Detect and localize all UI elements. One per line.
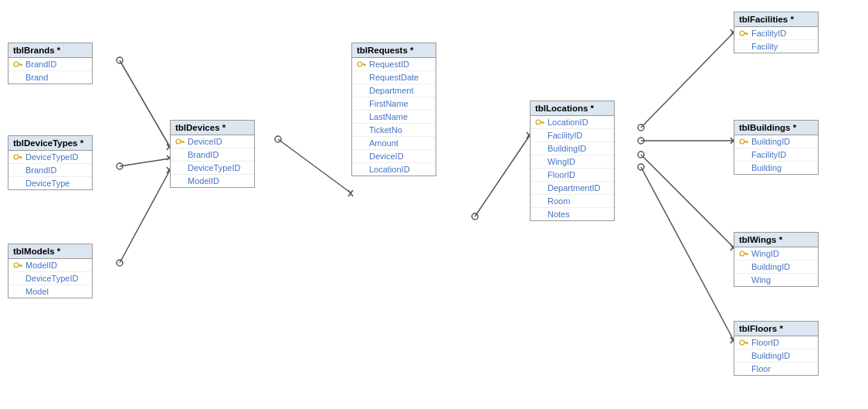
table-row: ModelID [171, 175, 254, 187]
table-body-tblBuildings: BuildingIDFacilityIDBuilding [734, 135, 818, 174]
svg-line-0 [120, 60, 170, 147]
table-row: FacilityID [734, 27, 818, 40]
table-tblBuildings: tblBuildings * BuildingIDFacilityIDBuild… [734, 120, 819, 175]
table-body-tblRequests: RequestIDRequestDateDepartmentFirstNameL… [352, 58, 436, 176]
table-header-tblDevices: tblDevices * [171, 121, 254, 135]
svg-point-27 [638, 164, 644, 170]
table-header-tblBrands: tblBrands * [8, 43, 92, 58]
table-tblBrands: tblBrands * BrandIDBrand [8, 43, 93, 84]
field-name: Brand [25, 73, 48, 82]
table-row: ModelID [8, 259, 92, 272]
svg-point-7 [117, 163, 123, 169]
svg-line-13 [348, 190, 353, 196]
key-icon [13, 261, 22, 270]
table-row: Brand [8, 71, 92, 84]
field-name: BrandID [25, 60, 56, 69]
table-tblRequests: tblRequests * RequestIDRequestDateDepart… [351, 43, 436, 176]
key-icon [13, 60, 22, 69]
table-row: Wing [734, 274, 818, 286]
table-tblFacilities: tblFacilities * FacilityIDFacility [734, 12, 819, 53]
key-icon [357, 60, 366, 69]
table-row: Department [352, 84, 436, 97]
table-row: BrandID [8, 58, 92, 71]
svg-line-12 [278, 139, 351, 193]
field-name: LocationID [548, 118, 588, 127]
table-row: Notes [531, 208, 614, 220]
field-name: DeviceTypeID [25, 152, 78, 162]
svg-point-15 [275, 136, 281, 142]
table-tblDevices: tblDevices * DeviceIDBrandIDDeviceTypeID… [170, 120, 255, 188]
key-icon [535, 118, 544, 127]
svg-line-4 [120, 158, 170, 166]
svg-point-44 [14, 263, 19, 268]
table-body-tblBrands: BrandIDBrand [8, 58, 92, 84]
svg-line-14 [348, 190, 353, 196]
diagram: tblBrands * BrandIDBrandtblDeviceTypes *… [0, 0, 868, 409]
svg-point-52 [358, 62, 362, 66]
table-row: FloorID [531, 169, 614, 182]
field-name: Building [751, 163, 782, 172]
svg-line-20 [641, 32, 734, 128]
table-row: Floor [734, 363, 818, 375]
table-row: LastName [352, 111, 436, 124]
field-name: FacilityID [751, 29, 786, 38]
table-row: LocationID [352, 163, 436, 176]
field-name: BuildingID [751, 137, 790, 146]
table-row: FirstName [352, 97, 436, 111]
table-row: FacilityID [734, 148, 818, 162]
field-name: BuildingID [751, 351, 790, 360]
table-row: DeviceTypeID [171, 162, 254, 175]
svg-point-19 [472, 213, 478, 220]
table-row: BrandID [171, 148, 254, 162]
field-name: Notes [548, 210, 570, 219]
table-row: DeviceID [171, 135, 254, 148]
table-header-tblModels: tblModels * [8, 244, 92, 259]
table-row: Room [531, 195, 614, 208]
table-row: RequestDate [352, 71, 436, 84]
field-name: DeviceType [25, 179, 70, 188]
table-row: WingID [734, 247, 818, 261]
table-row: BuildingID [531, 142, 614, 155]
svg-point-25 [638, 152, 644, 158]
field-name: DepartmentID [548, 183, 600, 193]
field-name: RequestDate [369, 73, 419, 82]
svg-point-3 [117, 57, 123, 63]
table-header-tblDeviceTypes: tblDeviceTypes * [8, 136, 92, 151]
table-row: Amount [352, 137, 436, 150]
table-header-tblBuildings: tblBuildings * [734, 121, 818, 135]
field-name: LocationID [369, 165, 410, 174]
field-name: Department [369, 86, 413, 95]
svg-line-8 [120, 170, 170, 263]
table-row: Building [734, 162, 818, 174]
table-body-tblFacilities: FacilityIDFacility [734, 27, 818, 53]
key-icon [175, 137, 185, 146]
svg-point-11 [117, 260, 123, 266]
field-name: BuildingID [548, 144, 586, 153]
svg-point-23 [638, 138, 644, 144]
table-tblFloors: tblFloors * FloorIDBuildingIDFloor [734, 321, 819, 376]
field-name: FacilityID [548, 131, 582, 140]
key-icon [739, 137, 748, 146]
svg-point-64 [740, 139, 744, 144]
table-row: WingID [531, 155, 614, 169]
table-body-tblModels: ModelIDDeviceTypeIDModel [8, 259, 92, 298]
table-row: DepartmentID [531, 182, 614, 195]
svg-point-68 [740, 251, 744, 256]
table-row: BuildingID [734, 349, 818, 363]
table-tblWings: tblWings * WingIDBuildingIDWing [734, 232, 819, 287]
svg-line-24 [641, 155, 734, 247]
svg-point-40 [14, 155, 19, 159]
field-name: BuildingID [751, 262, 790, 271]
field-name: TicketNo [369, 125, 402, 135]
svg-point-48 [176, 139, 181, 144]
table-header-tblFloors: tblFloors * [734, 322, 818, 336]
table-row: BuildingID [734, 261, 818, 274]
field-name: FloorID [751, 338, 779, 347]
table-row: DeviceID [352, 150, 436, 163]
table-row: DeviceTypeID [8, 151, 92, 164]
field-name: Amount [369, 138, 398, 148]
svg-point-56 [536, 120, 541, 124]
key-icon [13, 152, 22, 162]
svg-point-36 [14, 62, 19, 66]
field-name: ModelID [188, 176, 219, 186]
